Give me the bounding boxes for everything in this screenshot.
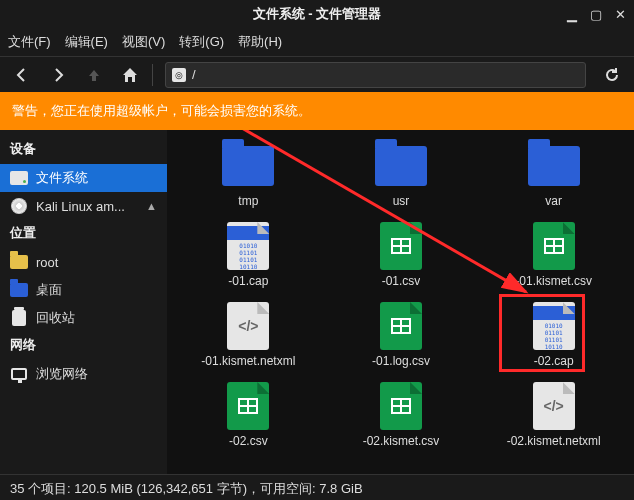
home-button[interactable] — [116, 61, 144, 89]
code-icon: </> — [220, 302, 276, 350]
file-label: -01.kismet.csv — [515, 274, 592, 288]
menu-view[interactable]: 视图(V) — [122, 33, 165, 51]
file-item[interactable]: </>-02.kismet.netxml — [477, 378, 630, 452]
code-icon: </> — [526, 382, 582, 430]
minimize-button[interactable]: ▁ — [564, 6, 580, 22]
cap-icon: 01010011010110110110 — [220, 222, 276, 270]
file-label: -02.csv — [229, 434, 268, 448]
up-button — [80, 61, 108, 89]
folder-icon — [10, 281, 28, 299]
file-label: var — [545, 194, 562, 208]
file-item[interactable]: -01.log.csv — [325, 298, 478, 372]
file-item[interactable]: -01.csv — [325, 218, 478, 292]
window-controls: ▁ ▢ ✕ — [564, 6, 628, 22]
file-label: -01.cap — [228, 274, 268, 288]
file-label: usr — [393, 194, 410, 208]
file-label: -01.kismet.netxml — [201, 354, 295, 368]
folder-icon — [373, 142, 429, 190]
file-item[interactable]: -01.kismet.csv — [477, 218, 630, 292]
file-item[interactable]: usr — [325, 138, 478, 212]
sheet-icon — [373, 382, 429, 430]
sidebar-item-label: root — [36, 255, 58, 270]
sheet-icon — [526, 222, 582, 270]
sidebar-item-filesystem[interactable]: 文件系统 — [0, 164, 167, 192]
file-item[interactable]: </>-01.kismet.netxml — [172, 298, 325, 372]
file-label: -02.kismet.csv — [363, 434, 440, 448]
toolbar: ◎ / — [0, 56, 634, 92]
sidebar-item-label: 桌面 — [36, 281, 62, 299]
forward-button[interactable] — [44, 61, 72, 89]
file-label: -01.csv — [382, 274, 421, 288]
window-title: 文件系统 - 文件管理器 — [253, 5, 382, 23]
file-view[interactable]: tmpusrvar01010011010110110110-01.cap-01.… — [168, 130, 634, 474]
file-item[interactable]: -02.kismet.csv — [325, 378, 478, 452]
sidebar-heading-places: 位置 — [0, 220, 167, 248]
titlebar: 文件系统 - 文件管理器 ▁ ▢ ✕ — [0, 0, 634, 28]
sidebar-item-label: Kali Linux am... — [36, 199, 125, 214]
sidebar-item-trash[interactable]: 回收站 — [0, 304, 167, 332]
back-button[interactable] — [8, 61, 36, 89]
file-label: -02.kismet.netxml — [507, 434, 601, 448]
path-bar[interactable]: ◎ / — [165, 62, 586, 88]
sidebar-item-root[interactable]: root — [0, 248, 167, 276]
drive-icon — [10, 169, 28, 187]
file-label: tmp — [238, 194, 258, 208]
maximize-button[interactable]: ▢ — [588, 6, 604, 22]
sheet-icon — [373, 302, 429, 350]
menu-help[interactable]: 帮助(H) — [238, 33, 282, 51]
sidebar-heading-network: 网络 — [0, 332, 167, 360]
filesystem-icon: ◎ — [172, 68, 186, 82]
folder-icon — [526, 142, 582, 190]
sidebar-item-kali-media[interactable]: Kali Linux am... ▲ — [0, 192, 167, 220]
folder-icon — [220, 142, 276, 190]
disc-icon — [10, 197, 28, 215]
sheet-icon — [373, 222, 429, 270]
file-item[interactable]: 01010011010110110110-02.cap — [477, 298, 630, 372]
menu-edit[interactable]: 编辑(E) — [65, 33, 108, 51]
status-text: 35 个项目: 120.5 MiB (126,342,651 字节)，可用空间:… — [10, 480, 363, 498]
menu-bar: 文件(F) 编辑(E) 视图(V) 转到(G) 帮助(H) — [0, 28, 634, 56]
root-warning-banner: 警告，您正在使用超级帐户，可能会损害您的系统。 — [0, 92, 634, 130]
sidebar: 设备 文件系统 Kali Linux am... ▲ 位置 root 桌面 回收… — [0, 130, 168, 474]
file-label: -02.cap — [534, 354, 574, 368]
status-bar: 35 个项目: 120.5 MiB (126,342,651 字节)，可用空间:… — [0, 474, 634, 500]
file-item[interactable]: tmp — [172, 138, 325, 212]
network-icon — [10, 365, 28, 383]
file-item[interactable]: var — [477, 138, 630, 212]
reload-button[interactable] — [598, 61, 626, 89]
sidebar-item-label: 回收站 — [36, 309, 75, 327]
trash-icon — [10, 309, 28, 327]
sidebar-item-label: 文件系统 — [36, 169, 88, 187]
sidebar-heading-devices: 设备 — [0, 136, 167, 164]
sheet-icon — [220, 382, 276, 430]
file-item[interactable]: -02.csv — [172, 378, 325, 452]
close-button[interactable]: ✕ — [612, 6, 628, 22]
file-label: -01.log.csv — [372, 354, 430, 368]
sidebar-item-desktop[interactable]: 桌面 — [0, 276, 167, 304]
file-item[interactable]: 01010011010110110110-01.cap — [172, 218, 325, 292]
folder-icon — [10, 253, 28, 271]
eject-icon[interactable]: ▲ — [146, 200, 157, 212]
path-text: / — [192, 67, 196, 82]
menu-go[interactable]: 转到(G) — [179, 33, 224, 51]
sidebar-item-label: 浏览网络 — [36, 365, 88, 383]
menu-file[interactable]: 文件(F) — [8, 33, 51, 51]
cap-icon: 01010011010110110110 — [526, 302, 582, 350]
sidebar-item-browse-network[interactable]: 浏览网络 — [0, 360, 167, 388]
